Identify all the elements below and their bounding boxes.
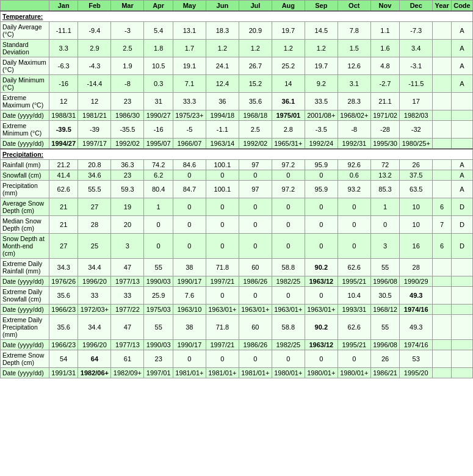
cell-value: 12.6 xyxy=(338,57,370,75)
cell-value xyxy=(451,340,472,350)
cell-value: -16 xyxy=(144,121,173,139)
cell-value: 19.7 xyxy=(272,22,305,40)
cell-value: 0 xyxy=(173,234,206,259)
cell-value: 24.1 xyxy=(206,57,239,75)
cell-value: 62.6 xyxy=(49,181,78,198)
cell-value: 25.2 xyxy=(272,57,305,75)
table-row: Date (yyyy/dd)1976/261996/201977/131990/… xyxy=(1,276,473,287)
cell-value: 17 xyxy=(400,93,433,110)
table-row: Date (yyyy/dd)1988/311981/211986/301990/… xyxy=(1,110,473,121)
row-label: Precipitation (mm) xyxy=(1,181,49,198)
cell-value: 3 xyxy=(111,234,144,259)
cell-value: -8 xyxy=(338,121,370,139)
cell-value xyxy=(433,350,452,368)
cell-value: 1990/03 xyxy=(144,276,173,287)
cell-value: 21 xyxy=(49,216,78,234)
cell-value: 12 xyxy=(49,93,78,110)
table-row: Extreme Snow Depth (cm)54646123000000265… xyxy=(1,350,473,368)
cell-value: 21.1 xyxy=(370,93,399,110)
cell-value: 1971/02 xyxy=(370,110,399,121)
cell-value: 0 xyxy=(239,216,272,234)
cell-value: 0 xyxy=(144,216,173,234)
column-header-Feb: Feb xyxy=(78,1,111,12)
row-label: Extreme Maximum (°C) xyxy=(1,93,49,110)
cell-value: -5 xyxy=(173,121,206,139)
cell-value: 1977/22 xyxy=(111,305,144,315)
cell-value: 1968/18 xyxy=(239,110,272,121)
section-header: Precipitation: xyxy=(1,149,473,160)
cell-value: 49.3 xyxy=(400,315,433,340)
cell-value: 55 xyxy=(144,315,173,340)
cell-value xyxy=(433,121,452,139)
cell-value: 0 xyxy=(305,350,338,368)
row-label: Snow Depth at Month-end (cm) xyxy=(1,234,49,259)
cell-value: 13.2 xyxy=(370,170,399,181)
table-row: Extreme Minimum (°C)-39.5-39-35.5-16-5-1… xyxy=(1,121,473,139)
cell-value: 31 xyxy=(144,93,173,110)
cell-value: 93.2 xyxy=(338,181,370,198)
cell-value: 1963/14 xyxy=(206,139,239,150)
cell-value: 80.4 xyxy=(144,181,173,198)
cell-value: 28.3 xyxy=(338,93,370,110)
cell-value: -11.5 xyxy=(400,75,433,93)
column-header-label xyxy=(1,1,49,12)
column-header-Apr: Apr xyxy=(144,1,173,12)
cell-value: 60 xyxy=(239,315,272,340)
cell-value: D xyxy=(451,216,472,234)
cell-value: 59.3 xyxy=(111,181,144,198)
cell-value: 54 xyxy=(49,350,78,368)
cell-value xyxy=(451,110,472,121)
cell-value: 7.1 xyxy=(173,75,206,93)
cell-value xyxy=(433,170,452,181)
cell-value: A xyxy=(451,170,472,181)
cell-value: 0 xyxy=(305,287,338,305)
cell-value: 90.2 xyxy=(305,315,338,340)
cell-value: 26.7 xyxy=(239,57,272,75)
cell-value xyxy=(451,305,472,315)
cell-value: 19 xyxy=(111,198,144,216)
table-row: Extreme Daily Precipitation (mm)35.634.4… xyxy=(1,315,473,340)
cell-value: 0 xyxy=(272,216,305,234)
table-row: Date (yyyy/dd)1994/271997/171992/021995/… xyxy=(1,139,473,150)
cell-value: 0 xyxy=(272,170,305,181)
section-header-row: Precipitation: xyxy=(1,149,473,160)
cell-value: 6 xyxy=(433,198,452,216)
cell-value xyxy=(451,139,472,150)
column-header-Code: Code xyxy=(451,1,472,12)
cell-value: 1990/03 xyxy=(144,340,173,350)
cell-value: 1997/21 xyxy=(206,276,239,287)
cell-value: 1.6 xyxy=(370,40,399,57)
cell-value: -28 xyxy=(370,121,399,139)
cell-value: 20.9 xyxy=(239,22,272,40)
cell-value xyxy=(451,93,472,110)
cell-value: 100.1 xyxy=(206,181,239,198)
cell-value: 0 xyxy=(305,198,338,216)
cell-value: 10 xyxy=(400,198,433,216)
cell-value: 1982/25 xyxy=(272,340,305,350)
cell-value: 1997/17 xyxy=(78,139,111,150)
cell-value: 1986/26 xyxy=(239,340,272,350)
column-header-May: May xyxy=(173,1,206,12)
cell-value: 47 xyxy=(111,315,144,340)
cell-value: 3 xyxy=(370,234,399,259)
cell-value: 0 xyxy=(239,287,272,305)
cell-value: 71.8 xyxy=(206,315,239,340)
cell-value: 61 xyxy=(111,350,144,368)
column-header-Nov: Nov xyxy=(370,1,399,12)
cell-value: A xyxy=(451,160,472,170)
cell-value: 10.4 xyxy=(338,287,370,305)
cell-value: -3.5 xyxy=(305,121,338,139)
cell-value: 100.1 xyxy=(206,160,239,170)
cell-value: 33.5 xyxy=(305,93,338,110)
cell-value: 1974/16 xyxy=(400,340,433,350)
cell-value: 19.7 xyxy=(305,57,338,75)
table-row: Median Snow Depth (cm)21282000000000107D xyxy=(1,216,473,234)
cell-value: 2.5 xyxy=(239,121,272,139)
cell-value: 1963/10 xyxy=(173,305,206,315)
cell-value: 72 xyxy=(370,160,399,170)
column-header-Dec: Dec xyxy=(400,1,433,12)
row-label: Date (yyyy/dd) xyxy=(1,368,49,378)
cell-value: 74.2 xyxy=(144,160,173,170)
cell-value: 1982/25 xyxy=(272,276,305,287)
cell-value: 0 xyxy=(272,234,305,259)
